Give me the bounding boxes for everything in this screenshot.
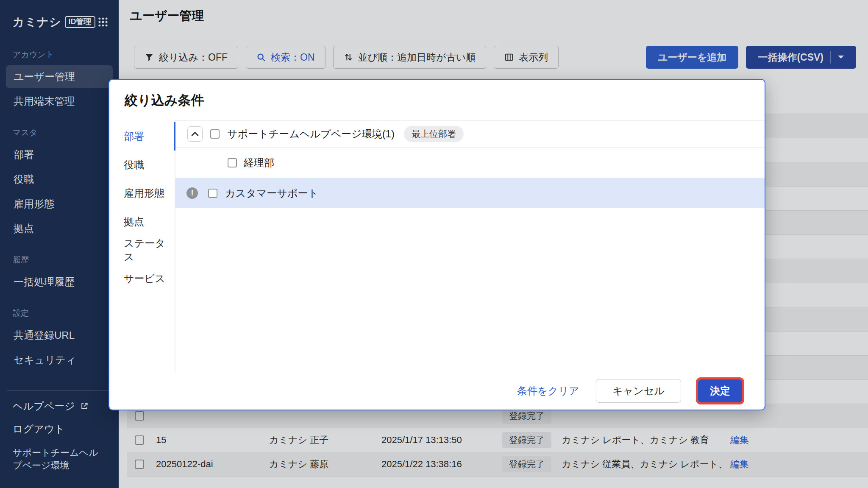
cancel-button[interactable]: キャンセル	[596, 379, 681, 403]
tab-label: 部署	[124, 130, 144, 143]
tree-row-label: 経理部	[244, 156, 274, 170]
root-department-checkbox[interactable]	[210, 129, 220, 139]
submit-button[interactable]: 決定	[698, 379, 742, 402]
tab-location[interactable]: 拠点	[109, 207, 175, 236]
tab-employment[interactable]: 雇用形態	[109, 179, 175, 207]
department-tree: サポートチームヘルプページ環境(1) 最上位部署 経理部 ! カスタマーサポート	[175, 120, 765, 372]
tab-label: 拠点	[124, 215, 144, 229]
tree-row-label: カスタマーサポート	[225, 187, 318, 200]
tab-service[interactable]: サービス	[109, 264, 175, 293]
tree-row-child-highlighted: ! カスタマーサポート	[175, 178, 765, 208]
modal-footer: 条件をクリア キャンセル 決定	[109, 372, 765, 410]
tab-label: サービス	[124, 272, 165, 285]
modal-tab-list: 部署 役職 雇用形態 拠点 ステータス サービス	[109, 120, 175, 372]
tree-row-label: サポートチームヘルプページ環境(1)	[227, 127, 395, 141]
info-icon: !	[186, 187, 198, 199]
accounting-checkbox[interactable]	[228, 158, 237, 167]
tab-position[interactable]: 役職	[109, 151, 175, 179]
tree-row-child: 経理部	[175, 148, 765, 178]
top-level-badge: 最上位部署	[404, 126, 464, 142]
tab-label: 雇用形態	[124, 187, 164, 200]
filter-modal: 絞り込み条件 部署 役職 雇用形態 拠点 ステータス サ	[108, 79, 765, 410]
modal-title: 絞り込み条件	[125, 92, 204, 109]
tab-label: 役職	[124, 158, 144, 172]
tree-row-root: サポートチームヘルプページ環境(1) 最上位部署	[175, 120, 765, 148]
tab-label: ステータス	[124, 237, 175, 264]
app-root: カミナシ ID管理 アカウント ユーザー管理 共用端末管理 マスタ 部署 役職 …	[0, 0, 868, 488]
collapse-button[interactable]	[187, 126, 203, 142]
tab-status[interactable]: ステータス	[109, 236, 175, 264]
customer-support-checkbox[interactable]	[208, 189, 217, 198]
clear-conditions-link[interactable]: 条件をクリア	[517, 384, 579, 398]
tab-department[interactable]: 部署	[109, 122, 175, 151]
modal-body: 部署 役職 雇用形態 拠点 ステータス サービス	[109, 120, 765, 372]
